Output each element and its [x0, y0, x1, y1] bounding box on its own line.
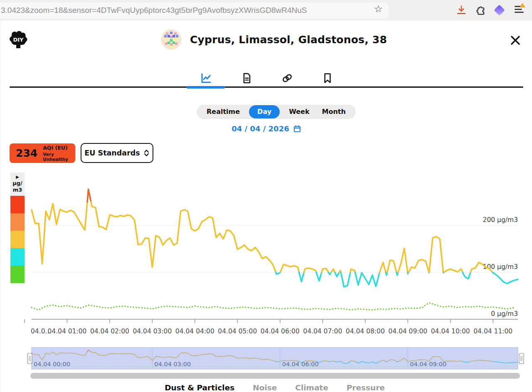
diy-logo-icon: DIY [9, 30, 27, 50]
svg-text:DIY: DIY [13, 37, 24, 43]
station-popup: DIY Cyprus, Limassol, Gladstonos, 38 [0, 21, 532, 392]
browser-toolbar: 3.0423&zoom=18&sensor=4DTwFvqUyp6ptorc43… [0, 0, 532, 21]
tab-bookmark-icon[interactable] [322, 72, 333, 84]
url-text: 3.0423&zoom=18&sensor=4DTwFvqUyp6ptorc43… [1, 6, 358, 15]
horizontal-scrollbar[interactable] [30, 373, 520, 379]
x-axis-label: 04.04 05:00 [218, 328, 257, 335]
range-tab-week[interactable]: Week [289, 108, 309, 115]
x-axis-label: 04.04 01:00 [47, 328, 86, 335]
page-title: Cyprus, Limassol, Gladstonos, 38 [190, 34, 387, 46]
bottom-tab-noise[interactable]: Noise [253, 383, 277, 392]
x-axis-label: 04.04 06:00 [261, 328, 300, 335]
aqi-value: 234 [16, 147, 37, 159]
chart-navigator[interactable]: 04.04 00:0004.04 03:0004.04 06:0004.04 0… [27, 347, 524, 371]
pinned-extension-icon[interactable] [495, 6, 503, 14]
date-value[interactable]: 04 / 04 / 2026 [232, 124, 289, 133]
navigator-handle-left[interactable] [27, 353, 32, 364]
tab-chart-icon[interactable] [200, 72, 212, 84]
downloads-icon[interactable] [456, 5, 467, 16]
tab-divider [10, 86, 523, 88]
active-tab-underline [187, 86, 225, 89]
address-bar[interactable]: 3.0423&zoom=18&sensor=4DTwFvqUyp6ptorc43… [0, 2, 389, 18]
station-avatar [161, 29, 182, 50]
range-tabs: RealtimeDayWeekMonth [197, 105, 356, 119]
aqi-category: Very Unhealthy [43, 152, 75, 162]
measurement-tabs: Dust & ParticlesNoiseClimatePressure [0, 383, 532, 392]
x-axis-label: 04.04 08:00 [346, 328, 385, 335]
bookmark-star-icon[interactable]: ☆ [374, 3, 383, 14]
range-tab-month[interactable]: Month [322, 108, 346, 115]
calendar-icon[interactable] [293, 125, 301, 133]
range-tab-day[interactable]: Day [249, 105, 280, 118]
y-axis-label: 100 µg/m3 [483, 263, 518, 271]
x-axis-label: 04.04 02:00 [90, 328, 129, 335]
update-badge-icon [520, 3, 525, 7]
navigator-handle-right[interactable] [519, 353, 524, 364]
aqi-label: AQI (EU) [43, 145, 75, 151]
tab-link-icon[interactable] [281, 72, 293, 84]
x-axis-label: 04.04 10:00 [431, 328, 470, 335]
bottom-tab-dust-particles[interactable]: Dust & Particles [165, 383, 234, 392]
range-tab-realtime[interactable]: Realtime [207, 108, 240, 115]
standards-select[interactable]: EU Standards [81, 143, 153, 163]
extensions-puzzle-icon[interactable] [475, 5, 486, 16]
bottom-tab-pressure[interactable]: Pressure [347, 383, 385, 392]
x-axis-label: 04.04 03:00 [133, 328, 172, 335]
navigator-label: 04.04 09:00 [410, 361, 446, 367]
timeseries-chart[interactable]: 200 µg/m3100 µg/m30 µg/m304.0…04.04 01:0… [0, 170, 532, 342]
close-icon[interactable] [509, 34, 522, 47]
tab-details-icon[interactable] [241, 72, 253, 84]
aqi-badge: 234 AQI (EU) Very Unhealthy [10, 143, 75, 163]
x-axis-label: 04.04 09:00 [388, 328, 427, 335]
y-axis-label: 200 µg/m3 [483, 216, 518, 224]
select-arrows-icon [143, 149, 150, 157]
bottom-tab-climate[interactable]: Climate [295, 383, 328, 392]
x-axis-label: 04.04 07:00 [303, 328, 342, 335]
x-axis-label: 04.04 11:00 [473, 328, 512, 335]
x-axis-label: 04.04 04:00 [175, 328, 214, 335]
menu-icon[interactable] [515, 6, 524, 15]
y-axis-label: 0 µg/m3 [491, 310, 518, 318]
